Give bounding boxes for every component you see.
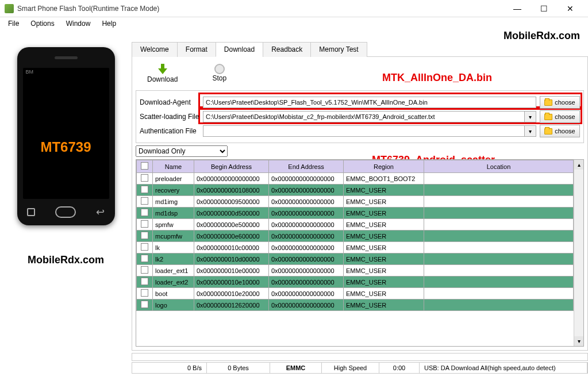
table-row[interactable]: mcupmfw0x000000000e6000000x0000000000000… [137, 231, 574, 242]
row-checkbox[interactable] [141, 186, 148, 193]
cell-name: spmfw [153, 219, 194, 231]
table-row[interactable]: spmfw0x000000000e5000000x000000000000000… [137, 219, 574, 231]
folder-icon [544, 99, 552, 106]
folder-icon [544, 114, 552, 120]
da-input[interactable] [203, 97, 536, 108]
table-row[interactable]: md1img0x00000000095000000x00000000000000… [137, 196, 574, 208]
cell-region: EMMC_USER [344, 196, 424, 208]
tab-readback[interactable]: Readback [263, 42, 311, 57]
phone-back-icon: ↩ [96, 206, 105, 218]
table-row[interactable]: boot0x0000000010e200000x0000000000000000… [137, 288, 574, 299]
row-checkbox[interactable] [141, 266, 148, 274]
table-row[interactable]: loader_ext10x0000000010e000000x000000000… [137, 265, 574, 276]
col-location[interactable]: Location [424, 160, 574, 173]
auth-dropdown-icon[interactable]: ▾ [525, 125, 536, 137]
cell-name: md1img [153, 196, 194, 208]
scatter-input[interactable] [203, 111, 525, 122]
stop-icon [214, 64, 225, 74]
cell-region: EMMC_USER [344, 253, 424, 265]
cell-end: 0x0000000000000000 [269, 231, 344, 242]
table-row[interactable]: logo0x00000000126200000x0000000000000000… [137, 299, 574, 311]
cell-end: 0x0000000000000000 [269, 242, 344, 253]
table-row[interactable]: preloader0x00000000000000000x00000000000… [137, 173, 574, 185]
row-checkbox[interactable] [141, 243, 148, 251]
cell-end: 0x0000000000000000 [269, 253, 344, 265]
cell-begin: 0x0000000010e10000 [194, 276, 269, 288]
file-rows: Download-Agent choose Scatter-loading Fi… [136, 90, 584, 143]
cell-begin: 0x0000000000000000 [194, 173, 269, 185]
table-row[interactable]: loader_ext20x0000000010e100000x000000000… [137, 276, 574, 288]
cell-begin: 0x0000000012620000 [194, 299, 269, 311]
cell-begin: 0x0000000010c00000 [194, 242, 269, 253]
cell-location [424, 208, 574, 219]
col-begin[interactable]: Begin Address [194, 160, 269, 173]
cell-region: EMMC_USER [344, 299, 424, 311]
row-checkbox[interactable] [141, 174, 148, 182]
auth-choose-button[interactable]: choose [540, 125, 580, 137]
cell-region: EMMC_USER [344, 208, 424, 219]
left-panel: BM MT6739 ↩ MobileRdx.com [0, 30, 132, 374]
maximize-button[interactable]: ☐ [531, 0, 557, 17]
cell-region: EMMC_USER [344, 276, 424, 288]
tab-format[interactable]: Format [177, 42, 216, 57]
tab-memtest[interactable]: Memory Test [310, 42, 367, 57]
cell-begin: 0x0000000010e00000 [194, 265, 269, 276]
mode-select[interactable]: Download Only [136, 145, 228, 157]
tab-download[interactable]: Download [216, 42, 263, 57]
stop-button[interactable]: Stop [212, 64, 226, 82]
table-scrollbar[interactable]: ▴ ▾ [574, 160, 583, 346]
cell-end: 0x0000000000000000 [269, 288, 344, 299]
row-checkbox[interactable] [141, 209, 148, 216]
scroll-down-icon[interactable]: ▾ [574, 336, 583, 346]
watermark-bottom: MobileRdx.com [0, 254, 132, 266]
window-controls: — ☐ ✕ [504, 0, 583, 17]
cell-region: EMMC_USER [344, 265, 424, 276]
menu-options[interactable]: Options [25, 18, 60, 29]
auth-input[interactable] [203, 125, 525, 137]
row-checkbox[interactable] [141, 301, 148, 308]
cell-location [424, 242, 574, 253]
cell-name: recovery [153, 185, 194, 196]
col-checkbox[interactable] [137, 160, 153, 173]
da-choose-button[interactable]: choose [540, 96, 580, 109]
scatter-label: Scatter-loading File [140, 113, 203, 121]
auth-label: Authentication File [140, 127, 203, 135]
scatter-choose-button[interactable]: choose [540, 110, 580, 123]
status-mode: High Speed [322, 363, 379, 373]
menu-file[interactable]: File [2, 18, 25, 29]
tab-welcome[interactable]: Welcome [132, 42, 178, 57]
row-checkbox[interactable] [141, 220, 148, 228]
row-checkbox[interactable] [141, 255, 148, 262]
cell-begin: 0x000000000e600000 [194, 231, 269, 242]
col-region[interactable]: Region [344, 160, 424, 173]
menubar: File Options Window Help [0, 17, 588, 30]
cell-location [424, 288, 574, 299]
scatter-dropdown-icon[interactable]: ▾ [525, 111, 536, 122]
scroll-up-icon[interactable]: ▴ [574, 160, 583, 170]
cell-region: EMMC_BOOT1_BOOT2 [344, 173, 424, 185]
table-row[interactable]: lk0x0000000010c000000x0000000000000000EM… [137, 242, 574, 253]
phone-image: BM MT6739 ↩ [17, 47, 115, 225]
cell-end: 0x0000000000000000 [269, 196, 344, 208]
cell-name: mcupmfw [153, 231, 194, 242]
close-button[interactable]: ✕ [557, 0, 583, 17]
col-end[interactable]: End Address [269, 160, 344, 173]
col-name[interactable]: Name [153, 160, 194, 173]
phone-home-icon [55, 206, 76, 218]
cell-location [424, 276, 574, 288]
partition-table-wrap: Name Begin Address End Address Region Lo… [136, 159, 584, 347]
table-row[interactable]: recovery0x00000000001080000x000000000000… [137, 185, 574, 196]
minimize-button[interactable]: — [504, 0, 531, 17]
menu-window[interactable]: Window [60, 18, 97, 29]
tab-content: Download Stop MTK_AllInOne_DA.bin Downlo… [132, 57, 588, 351]
menu-help[interactable]: Help [96, 18, 122, 29]
download-button[interactable]: Download [147, 63, 178, 83]
row-checkbox[interactable] [141, 289, 148, 297]
table-row[interactable]: lk20x0000000010d000000x0000000000000000E… [137, 253, 574, 265]
statusbar: 0 B/s 0 Bytes EMMC High Speed 0:00 USB: … [132, 362, 588, 374]
row-checkbox[interactable] [141, 232, 148, 239]
phone-chip-label: MT6739 [17, 139, 115, 155]
table-row[interactable]: md1dsp0x000000000d5000000x00000000000000… [137, 208, 574, 219]
row-checkbox[interactable] [141, 197, 148, 205]
row-checkbox[interactable] [141, 278, 148, 285]
